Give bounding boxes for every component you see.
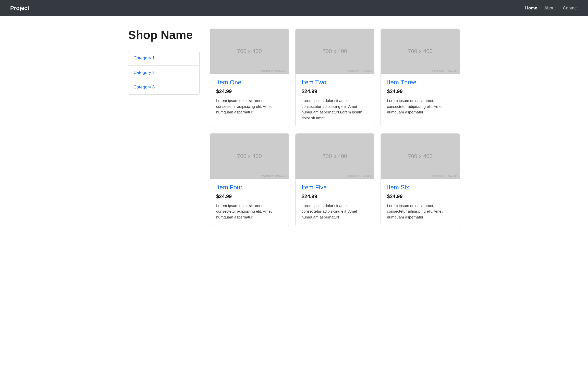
nav-link-about[interactable]: About: [544, 6, 556, 10]
product-card: 700 x 400Powered by HTML.COMItem Four$24…: [210, 133, 289, 226]
product-card: 700 x 400Powered by HTML.COMItem One$24.…: [210, 29, 289, 127]
product-description: Lorem ipsum dolor sit amet, consectetur …: [216, 203, 283, 220]
product-grid: 700 x 400Powered by HTML.COMItem One$24.…: [210, 29, 460, 226]
product-info: Item Five$24.99Lorem ipsum dolor sit ame…: [296, 179, 374, 226]
product-name[interactable]: Item One: [216, 79, 283, 86]
product-image: 700 x 400Powered by HTML.COM: [210, 134, 289, 178]
product-image-label: 700 x 400: [323, 48, 347, 55]
product-image-label: 700 x 400: [237, 153, 262, 160]
product-image: 700 x 400Powered by HTML.COM: [381, 29, 460, 74]
product-description: Lorem ipsum dolor sit amet, consectetur …: [216, 98, 283, 115]
product-image: 700 x 400Powered by HTML.COM: [296, 29, 374, 74]
product-price: $24.99: [302, 194, 368, 199]
product-card: 700 x 400Powered by HTML.COMItem Two$24.…: [295, 29, 375, 127]
product-info: Item Four$24.99Lorem ipsum dolor sit ame…: [210, 179, 289, 226]
list-item: Category 1: [128, 51, 199, 66]
product-description: Lorem ipsum dolor sit amet, consectetur …: [387, 98, 454, 115]
nav-link-contact[interactable]: Contact: [563, 6, 578, 10]
product-image: 700 x 400Powered by HTML.COM: [296, 134, 374, 178]
product-price: $24.99: [302, 88, 368, 94]
product-info: Item One$24.99Lorem ipsum dolor sit amet…: [210, 74, 289, 121]
product-name[interactable]: Item Six: [387, 184, 454, 191]
product-name[interactable]: Item Two: [302, 79, 368, 86]
sidebar: Shop Name Category 1Category 2Category 3: [128, 29, 200, 226]
product-image-credit: Powered by HTML.COM: [347, 70, 372, 72]
category-link[interactable]: Category 1: [128, 51, 199, 65]
product-image-label: 700 x 400: [323, 153, 347, 160]
product-description: Lorem ipsum dolor sit amet, consectetur …: [302, 203, 368, 220]
product-name[interactable]: Item Three: [387, 79, 454, 86]
page-container: Shop Name Category 1Category 2Category 3…: [118, 16, 470, 239]
navbar: Project HomeAboutContact: [0, 0, 588, 16]
product-image-credit: Powered by HTML.COM: [432, 70, 457, 72]
list-item: Category 3: [128, 80, 199, 94]
product-description: Lorem ipsum dolor sit amet, consectetur …: [302, 98, 368, 121]
product-price: $24.99: [216, 194, 283, 199]
product-info: Item Six$24.99Lorem ipsum dolor sit amet…: [381, 179, 460, 226]
product-card: 700 x 400Powered by HTML.COMItem Three$2…: [381, 29, 460, 127]
product-card: 700 x 400Powered by HTML.COMItem Six$24.…: [381, 133, 460, 226]
product-image-label: 700 x 400: [408, 48, 433, 55]
category-link[interactable]: Category 2: [128, 66, 199, 80]
nav-link-home[interactable]: Home: [525, 6, 537, 10]
shop-title: Shop Name: [128, 29, 200, 42]
product-image-credit: Powered by HTML.COM: [347, 175, 372, 177]
product-image-credit: Powered by HTML.COM: [432, 175, 457, 177]
product-info: Item Two$24.99Lorem ipsum dolor sit amet…: [296, 74, 374, 127]
nav-links: HomeAboutContact: [525, 6, 578, 11]
list-item: Category 2: [128, 66, 199, 80]
category-list: Category 1Category 2Category 3: [128, 51, 200, 95]
product-price: $24.99: [216, 88, 283, 94]
product-image-credit: Powered by HTML.COM: [261, 175, 286, 177]
product-image: 700 x 400Powered by HTML.COM: [210, 29, 289, 74]
product-description: Lorem ipsum dolor sit amet, consectetur …: [387, 203, 454, 220]
product-name[interactable]: Item Four: [216, 184, 283, 191]
product-image-label: 700 x 400: [408, 153, 433, 160]
product-card: 700 x 400Powered by HTML.COMItem Five$24…: [295, 133, 375, 226]
product-price: $24.99: [387, 88, 454, 94]
product-price: $24.99: [387, 194, 454, 199]
category-link[interactable]: Category 3: [128, 80, 199, 94]
product-image: 700 x 400Powered by HTML.COM: [381, 134, 460, 178]
product-image-credit: Powered by HTML.COM: [261, 70, 286, 72]
nav-brand: Project: [10, 5, 29, 11]
product-name[interactable]: Item Five: [302, 184, 368, 191]
product-info: Item Three$24.99Lorem ipsum dolor sit am…: [381, 74, 460, 121]
product-image-label: 700 x 400: [237, 48, 262, 55]
